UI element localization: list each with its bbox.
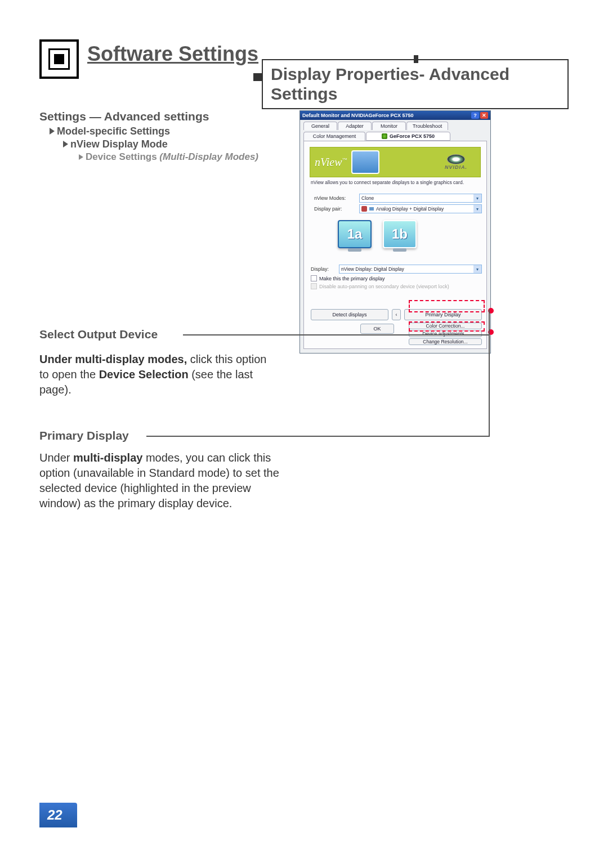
callout-line-vert (489, 310, 490, 436)
nview-modes-label: nView Modes: (314, 195, 359, 201)
breadcrumb-level-1: Settings — Advanced settings (39, 110, 258, 123)
side-button-column: Color Correction... Device adjustments..… (409, 323, 482, 345)
display-label: Display: (311, 266, 339, 272)
callout-select-output-heading: Select Output Device (39, 328, 158, 341)
page-number: 22 (39, 803, 77, 827)
lower-form: Display: nView Display: Digital Display … (311, 263, 482, 291)
tab-color-management[interactable]: Color Management (303, 132, 365, 141)
monitor-icon (351, 150, 379, 174)
dropdown-icon: ▾ (473, 194, 481, 202)
help-button[interactable]: ? (471, 112, 479, 119)
ok-row: OK (360, 324, 394, 334)
nvidia-logo: NVIDIA. (436, 154, 476, 170)
breadcrumb-level-4: Device Settings (Multi-Display Modes) (79, 151, 258, 163)
eye-icon (447, 154, 465, 164)
chk-primary-row[interactable]: Make this the primary display (311, 275, 482, 281)
nview-logo-text: nView™ (315, 156, 347, 169)
triangle-icon (50, 128, 55, 135)
callout-primary-display-heading: Primary Display (39, 429, 129, 442)
nview-banner: nView™ NVIDIA. (310, 147, 481, 177)
triangle-icon (63, 141, 68, 147)
checkbox-icon[interactable] (311, 275, 317, 281)
display-properties-dialog: Default Monitor and NVIDIAGeForce PCX 57… (299, 110, 491, 354)
page-title: Software Settings (87, 42, 258, 66)
callout-select-output-body: Under multi-display modes, click this op… (39, 352, 276, 397)
monitor-mini-icon (369, 207, 374, 211)
display-preview: 1a 1b (338, 220, 417, 248)
ok-button[interactable]: OK (360, 324, 394, 334)
breadcrumb: Settings — Advanced settings Model-speci… (39, 110, 258, 163)
chk-disable-row: Disable auto-panning on secondary device… (311, 283, 482, 289)
expand-button[interactable]: ‹ (392, 309, 401, 320)
dropdown-icon: ▾ (473, 265, 481, 273)
page-subtitle-box: Display Properties- Advanced Settings (262, 59, 569, 109)
tab-row-1: General Adapter Monitor Troubleshoot (300, 120, 490, 130)
detect-displays-button[interactable]: Detect displays (311, 309, 388, 320)
dropdown-icon: ▾ (473, 205, 481, 213)
header-logo-icon (39, 39, 79, 79)
title-connector (253, 73, 262, 81)
display-pair-label: Display pair: (314, 206, 359, 212)
primary-display-button[interactable]: Primary Display (404, 309, 482, 320)
close-button[interactable]: ✕ (480, 112, 488, 119)
tab-general[interactable]: General (303, 122, 337, 130)
display-pair-select[interactable]: Analog Display + Digital Display ▾ (359, 204, 482, 213)
tab-content-panel: nView™ NVIDIA. nView allows you to conne… (303, 141, 487, 349)
breadcrumb-level-2: Model-specific Settings (50, 126, 258, 137)
tab-troubleshoot[interactable]: Troubleshoot (406, 122, 448, 130)
page-subtitle: Display Properties- Advanced Settings (271, 65, 560, 104)
nvidia-chip-icon (382, 133, 387, 139)
form-area: nView Modes: Clone ▾ Display pair: Analo… (314, 192, 482, 215)
color-correction-button[interactable]: Color Correction... (409, 323, 482, 329)
dialog-titlebar: Default Monitor and NVIDIAGeForce PCX 57… (300, 111, 490, 120)
preview-monitor-2[interactable]: 1b (383, 220, 417, 248)
preview-monitor-1[interactable]: 1a (338, 220, 372, 248)
display-select[interactable]: nView Display: Digital Display ▾ (339, 265, 482, 274)
nview-modes-select[interactable]: Clone ▾ (359, 194, 482, 203)
device-adjustments-button[interactable]: Device adjustments... (409, 330, 482, 337)
nview-description: nView allows you to connect separate dis… (311, 180, 480, 185)
palette-icon (361, 206, 367, 212)
change-resolution-button[interactable]: Change Resolution... (409, 338, 482, 345)
tab-row-2: Color Management GeForce PCX 5750 (300, 130, 490, 141)
callout-primary-display-body: Under multi-display modes, you can click… (39, 450, 281, 511)
triangle-icon (79, 154, 83, 160)
tab-monitor[interactable]: Monitor (372, 122, 406, 130)
breadcrumb-level-3: nView Display Mode (63, 138, 258, 150)
button-row: Detect displays ‹ Primary Display (311, 309, 482, 320)
callout-line (146, 436, 490, 437)
tab-geforce[interactable]: GeForce PCX 5750 (366, 132, 450, 141)
callout-line (183, 334, 490, 335)
checkbox-icon (311, 283, 317, 289)
dialog-title-text: Default Monitor and NVIDIAGeForce PCX 57… (302, 113, 414, 118)
tab-adapter[interactable]: Adapter (338, 122, 372, 130)
